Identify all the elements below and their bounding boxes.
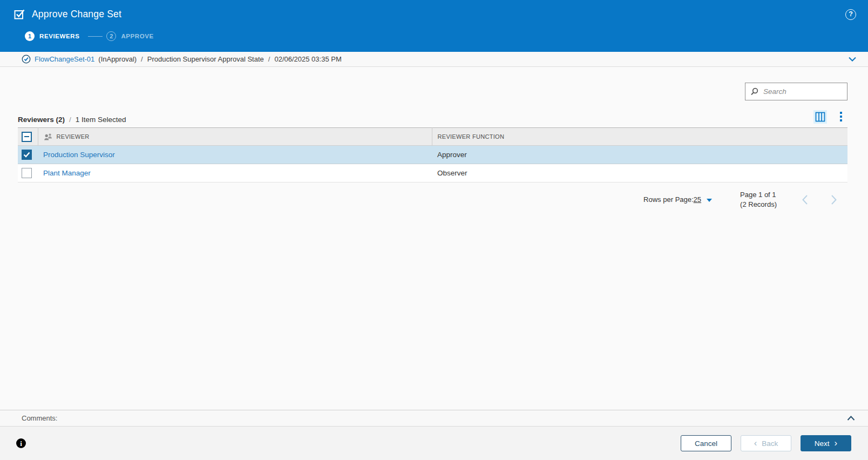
back-button[interactable]: ‹ Back — [741, 435, 791, 451]
approve-checkbox-icon — [14, 9, 25, 20]
breadcrumb: FlowChangeSet-01 (InApproval) / Producti… — [0, 52, 868, 67]
search-input[interactable] — [763, 87, 842, 96]
row-checkbox[interactable] — [22, 150, 32, 160]
next-page-icon[interactable] — [830, 194, 838, 206]
step-connector — [88, 36, 103, 37]
step-1-label: REVIEWERS — [39, 33, 79, 39]
breadcrumb-object-link[interactable]: FlowChangeSet-01 — [35, 55, 94, 63]
main-content: Reviewers (2) / 1 Item Selected — [0, 67, 868, 410]
step-2-label: APPROVE — [121, 33, 153, 39]
comments-section[interactable]: Comments: — [0, 410, 868, 426]
column-settings-icon[interactable] — [813, 110, 827, 124]
table-row[interactable]: Production Supervisor Approver — [18, 146, 847, 164]
breadcrumb-separator: / — [268, 55, 270, 63]
search-box — [745, 83, 847, 100]
info-icon[interactable]: i — [16, 438, 26, 448]
table-header-row: REVIEWER REVIEWER FUNCTION — [18, 128, 847, 146]
rows-per-page-label: Rows per Page: — [643, 195, 694, 204]
cancel-label: Cancel — [695, 439, 717, 448]
rows-per-page-value[interactable]: 25 — [694, 195, 701, 204]
breadcrumb-status: (InApproval) — [98, 55, 137, 63]
step-reviewers[interactable]: 1 REVIEWERS — [25, 31, 79, 41]
next-label: Next — [815, 439, 830, 448]
step-1-circle: 1 — [25, 31, 35, 41]
previous-page-icon[interactable] — [801, 194, 809, 206]
breadcrumb-separator: / — [141, 55, 143, 63]
page-info: Page 1 of 1 (2 Records) — [740, 190, 777, 209]
status-check-circle-icon — [22, 55, 31, 64]
reviewer-link[interactable]: Plant Manager — [43, 169, 91, 177]
people-icon — [44, 133, 53, 140]
table-row[interactable]: Plant Manager Observer — [18, 164, 847, 182]
next-button[interactable]: Next › — [801, 435, 851, 451]
reviewers-table: REVIEWER REVIEWER FUNCTION Production S — [18, 127, 847, 182]
column-header-reviewer-function[interactable]: REVIEWER FUNCTION — [438, 133, 505, 140]
rows-per-page-dropdown[interactable]: Rows per Page:25 — [643, 195, 712, 204]
records-count-text: (2 Records) — [740, 200, 777, 209]
back-label: Back — [762, 439, 778, 448]
wizard-footer: i Cancel ‹ Back Next › — [0, 426, 868, 460]
dropdown-caret-icon — [707, 199, 712, 202]
help-icon[interactable]: ? — [845, 9, 856, 20]
search-icon — [750, 87, 758, 96]
pagination: Rows per Page:25 Page 1 of 1 (2 Records) — [18, 190, 847, 209]
breadcrumb-state: Production Supervisor Approval State — [147, 55, 264, 63]
title-separator: / — [69, 116, 71, 124]
wizard-steps: 1 REVIEWERS 2 APPROVE — [0, 25, 868, 47]
table-title: Reviewers (2) — [18, 116, 65, 124]
reviewer-link[interactable]: Production Supervisor — [43, 151, 115, 159]
reviewer-function-cell: Observer — [437, 169, 467, 177]
comments-chevron-up-icon[interactable] — [846, 415, 856, 422]
column-header-reviewer[interactable]: REVIEWER — [57, 133, 90, 140]
page-count-text: Page 1 of 1 — [740, 190, 777, 200]
comments-label: Comments: — [22, 414, 57, 422]
breadcrumb-chevron-down-icon[interactable] — [847, 56, 857, 63]
kebab-menu-icon[interactable] — [838, 110, 844, 124]
select-all-checkbox[interactable] — [22, 132, 32, 142]
selection-status: 1 Item Selected — [76, 116, 126, 124]
row-checkbox[interactable] — [22, 168, 32, 178]
next-chevron-icon: › — [835, 438, 838, 448]
cancel-button[interactable]: Cancel — [681, 435, 731, 451]
back-chevron-icon: ‹ — [754, 438, 757, 448]
reviewer-function-cell: Approver — [437, 151, 467, 159]
step-2-circle: 2 — [106, 31, 116, 41]
page-title: Approve Change Set — [32, 9, 121, 20]
breadcrumb-timestamp: 02/06/2025 03:35 PM — [274, 55, 341, 63]
step-approve[interactable]: 2 APPROVE — [106, 31, 153, 41]
wizard-header: Approve Change Set ? 1 REVIEWERS 2 APPRO… — [0, 0, 868, 52]
